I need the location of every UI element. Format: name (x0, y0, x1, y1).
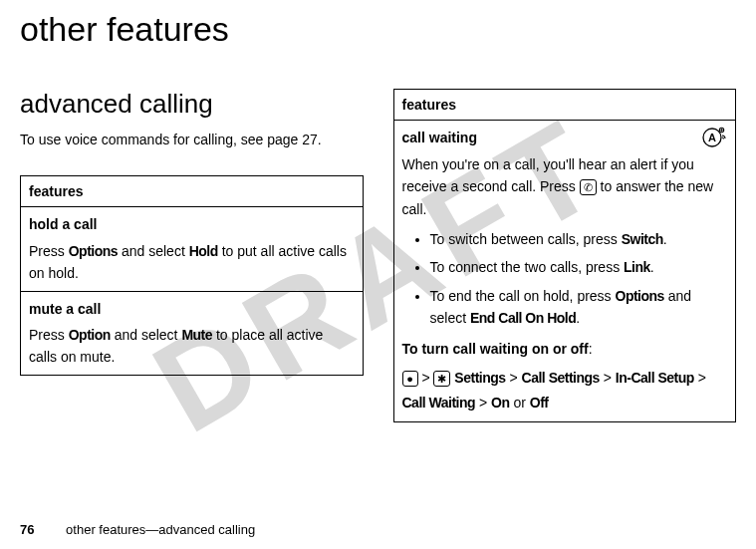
ui-keyword: Switch (622, 231, 663, 247)
answer-key-icon: ✆ (580, 179, 597, 195)
feature-body: Press Options and select Hold to put all… (29, 240, 355, 285)
ui-keyword: Option (69, 327, 111, 343)
ui-keyword: Options (616, 288, 664, 304)
features-table-left: features hold a call Press Options and s… (20, 175, 364, 376)
text: Press (29, 327, 69, 343)
feature-title: call waiting (402, 127, 477, 148)
page-number: 76 (20, 522, 34, 537)
ui-keyword: Hold (189, 243, 218, 259)
list-item: To switch between calls, press Switch. (430, 228, 728, 250)
list-item: To end the call on hold, press Options a… (430, 285, 728, 330)
page-title: other features (20, 10, 736, 49)
features-table-right: features call waiting A (393, 89, 737, 422)
page-content: other features advanced calling To use v… (20, 10, 736, 422)
page-footer: 76 other features—advanced calling (20, 522, 255, 537)
svg-text:A: A (708, 132, 716, 143)
bullet-list: To switch between calls, press Switch. T… (402, 228, 728, 330)
ui-keyword: Off (530, 395, 549, 411)
path-sep: > (421, 370, 429, 386)
text: To switch between calls, press (430, 231, 622, 247)
table-header: features (394, 90, 736, 121)
ui-keyword: Call Settings (522, 370, 600, 386)
feature-body: Press Option and select Mute to place al… (29, 324, 355, 369)
toggle-label: To turn call waiting on or off (402, 341, 589, 357)
table-row: mute a call Press Option and select Mute… (21, 292, 363, 375)
text: . (663, 231, 667, 247)
section-heading: advanced calling (20, 89, 364, 120)
path-sep: > (479, 395, 487, 411)
feature-body: When you're on a call, you'll hear an al… (402, 153, 728, 220)
autodial-icon: A (701, 127, 727, 148)
ui-keyword: Call Waiting (402, 395, 476, 411)
table-row: hold a call Press Options and select Hol… (21, 207, 363, 291)
text: To end the call on hold, press (430, 288, 616, 304)
ui-keyword: Link (624, 259, 650, 275)
path-sep: > (604, 370, 612, 386)
table-row: call waiting A (394, 121, 736, 421)
text: . (650, 259, 654, 275)
text: . (576, 310, 580, 326)
ui-keyword: End Call On Hold (470, 310, 576, 326)
ui-keyword: Settings (454, 370, 505, 386)
intro-text: To use voice commands for calling, see p… (20, 132, 364, 147)
ui-keyword: In-Call Setup (616, 370, 694, 386)
ui-keyword: On (491, 395, 509, 411)
table-header: features (21, 176, 363, 207)
menu-path: ● > ✱ Settings > Call Settings > In-Call… (402, 366, 728, 415)
ui-keyword: Options (69, 243, 118, 259)
text: or (510, 395, 530, 411)
path-sep: > (509, 370, 517, 386)
feature-title: hold a call (29, 213, 355, 235)
ui-keyword: Mute (181, 327, 212, 343)
center-key-icon: ● (402, 371, 418, 387)
feature-title: mute a call (29, 298, 355, 320)
text: and select (111, 327, 182, 343)
settings-key-icon: ✱ (433, 371, 450, 387)
text: To connect the two calls, press (430, 259, 625, 275)
columns: advanced calling To use voice commands f… (20, 89, 736, 422)
footer-section: other features—advanced calling (66, 522, 255, 537)
toggle-instruction: To turn call waiting on or off: (402, 338, 728, 360)
right-column: features call waiting A (393, 89, 737, 422)
path-sep: > (698, 370, 706, 386)
list-item: To connect the two calls, press Link. (430, 256, 728, 278)
left-column: advanced calling To use voice commands f… (20, 89, 364, 376)
text: Press (29, 243, 69, 259)
text: and select (118, 243, 189, 259)
